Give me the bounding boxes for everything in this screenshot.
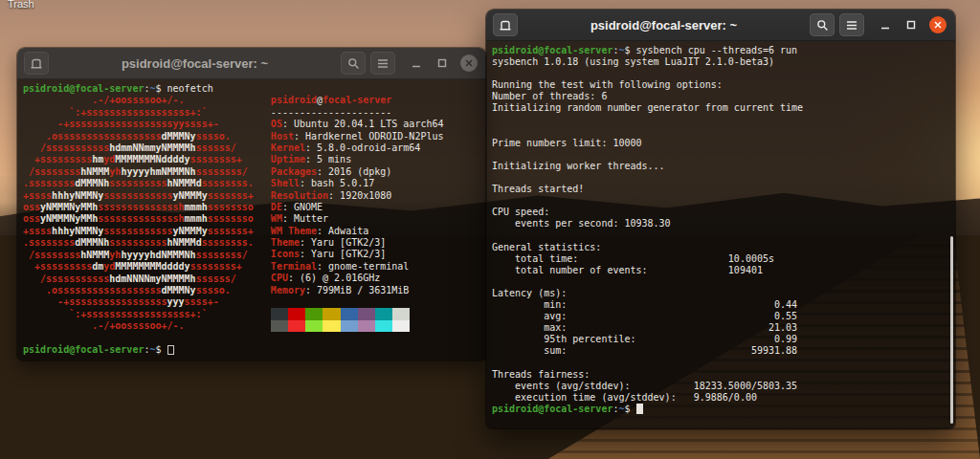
info-label: Icons (271, 249, 300, 259)
info-value: : Yaru [GTK2/3] (300, 237, 386, 248)
neofetch-info-row: Terminal: gnome-terminal (271, 261, 444, 273)
palette-swatch (271, 320, 288, 332)
terminal-window-sysbench: psidroid@focal-server: ~ (486, 10, 955, 428)
ascii-art-line: /sssssssshNMMMyhhyyyyhdNMMMNhssssssss/ (23, 250, 254, 261)
neofetch-underline: --------------------- (271, 107, 444, 119)
window-title: psidroid@focal-server: ~ (523, 18, 804, 33)
neofetch-info-row: DE: GNOME (271, 202, 444, 213)
palette-swatch (358, 308, 375, 319)
terminal-color-palette-row (271, 308, 444, 319)
ascii-art-line: .ossssssssssssssssssdMMMNysssso. (23, 285, 254, 296)
terminal-window-neofetch: psidroid@focal-server: ~ (17, 48, 486, 361)
palette-swatch (288, 308, 305, 319)
close-button[interactable] (460, 55, 478, 72)
ascii-art-line: /ssssssssssshdmmNNmmyNMMMMhssssss/ (23, 142, 254, 154)
info-value: : Mutter (282, 213, 328, 224)
terminal-screen[interactable]: psidroid@focal-server:~$ sysbench cpu --… (486, 41, 955, 428)
palette-swatch (392, 308, 410, 319)
info-value: : gnome-terminal (317, 261, 409, 272)
info-value: : 799MiB / 3631MiB (305, 285, 409, 295)
neofetch-output: .-/+oossssoo+/-. `:+ssssssssssssssssss+:… (23, 95, 480, 332)
info-value: : (6) @ 2.016GHz (288, 273, 380, 283)
prompt-user-host: psidroid@focal-server (492, 404, 612, 414)
palette-swatch (323, 308, 340, 319)
prompt-user-host: psidroid@focal-server (23, 83, 144, 94)
info-label: Terminal (271, 261, 317, 272)
prompt-user-host: psidroid@focal-server (492, 45, 612, 55)
palette-swatch (323, 320, 340, 332)
close-button[interactable] (929, 16, 947, 33)
command-line: psidroid@focal-server:~$ neofetch (23, 83, 480, 95)
info-label: Theme (271, 237, 300, 248)
menu-button[interactable] (839, 13, 864, 36)
palette-swatch (341, 308, 358, 319)
neofetch-ascii-logo: .-/+oossssoo+/-. `:+ssssssssssssssssss+:… (23, 95, 254, 332)
neofetch-info-row: Icons: Yaru [GTK2/3] (271, 249, 444, 260)
info-value: : Hardkernel ODROID-N2Plus (294, 131, 444, 142)
neofetch-info-row: Uptime: 5 mins (271, 154, 444, 165)
neofetch-info-row: Packages: 2016 (dpkg) (271, 166, 444, 178)
new-tab-button[interactable] (24, 52, 49, 75)
maximize-button[interactable] (434, 55, 450, 71)
ascii-art-line: `:+ssssssssssssssssss+:` (23, 107, 254, 119)
neofetch-info-row: WM: Mutter (271, 213, 444, 225)
ascii-art-line: .ossssssssssssssssssdMMMNysssso. (23, 131, 254, 142)
info-label: WM Theme (271, 226, 317, 236)
ascii-art-line: -+ssssssssssssssssssyyssss+- (23, 119, 254, 130)
new-tab-icon (499, 19, 512, 32)
neofetch-info-row: OS: Ubuntu 20.04.1 LTS aarch64 (271, 119, 444, 130)
neofetch-info-row: Memory: 799MiB / 3631MiB (271, 285, 444, 296)
terminal-cursor (636, 404, 643, 414)
palette-swatch (305, 308, 323, 319)
minimize-button[interactable] (878, 17, 893, 33)
info-value: : GNOME (282, 202, 323, 212)
typed-command: sysbench cpu --threads=6 run (636, 45, 798, 55)
ascii-art-line: +ssssssssshmydMMMMMMMNddddyssssssss+ (23, 154, 254, 165)
info-value: : bash 5.0.17 (300, 178, 374, 188)
info-label: Host (271, 131, 294, 142)
info-label: CPU (271, 273, 288, 283)
ascii-art-line: +sssshhhyNMMNyssssssssssssyNMMMysssssss+ (23, 226, 254, 237)
info-label: Shell (271, 178, 300, 188)
info-label: WM (271, 213, 282, 224)
neofetch-user-host: psidroid@focal-server (271, 95, 444, 106)
minimize-button[interactable] (409, 55, 424, 71)
scrollbar-thumb[interactable] (950, 236, 953, 424)
maximize-icon (906, 20, 916, 30)
titlebar[interactable]: psidroid@focal-server: ~ (17, 48, 486, 79)
neofetch-info-row: Resolution: 1920x1080 (271, 190, 444, 202)
trash-desktop-icon-label[interactable]: Trash (8, 0, 34, 10)
titlebar[interactable]: psidroid@focal-server: ~ (486, 10, 955, 41)
palette-swatch (375, 320, 392, 332)
info-label: Uptime (271, 154, 305, 164)
info-label: Kernel (271, 142, 305, 153)
search-button[interactable] (341, 52, 366, 75)
search-button[interactable] (810, 13, 835, 36)
neofetch-info-column: psidroid@focal-server ------------------… (271, 95, 444, 332)
info-label: Memory (271, 285, 305, 295)
maximize-button[interactable] (903, 17, 919, 33)
hamburger-menu-icon (377, 58, 389, 69)
info-value: : Adwaita (317, 226, 368, 236)
terminal-screen[interactable]: psidroid@focal-server:~$ neofetch .-/+oo… (17, 79, 486, 361)
command-line: psidroid@focal-server:~$ sysbench cpu --… (492, 45, 949, 56)
info-label: Packages (271, 166, 317, 177)
neofetch-info-row: Theme: Yaru [GTK2/3] (271, 237, 444, 249)
palette-swatch (305, 320, 323, 332)
palette-swatch (341, 320, 358, 332)
hamburger-menu-icon (846, 20, 858, 31)
minimize-icon (880, 20, 890, 30)
ascii-art-line: +sssssssssdmydMMMMMMMMddddyssssssss+ (23, 261, 254, 273)
palette-swatch (271, 308, 288, 319)
info-value: : 5 mins (305, 154, 351, 164)
info-value: : Ubuntu 20.04.1 LTS aarch64 (282, 119, 444, 129)
neofetch-info-row: CPU: (6) @ 2.016GHz (271, 273, 444, 284)
palette-swatch (288, 320, 305, 332)
neofetch-info-row: WM Theme: Adwaita (271, 226, 444, 237)
menu-button[interactable] (370, 52, 395, 75)
palette-swatch (358, 320, 375, 332)
info-value: : 5.8.0-odroid-arm64 (305, 142, 420, 153)
ascii-art-line: /ssssssssssshdmNNNNmyNMMMMhssssss/ (23, 273, 254, 285)
minimize-icon (412, 58, 421, 68)
new-tab-button[interactable] (493, 13, 518, 36)
